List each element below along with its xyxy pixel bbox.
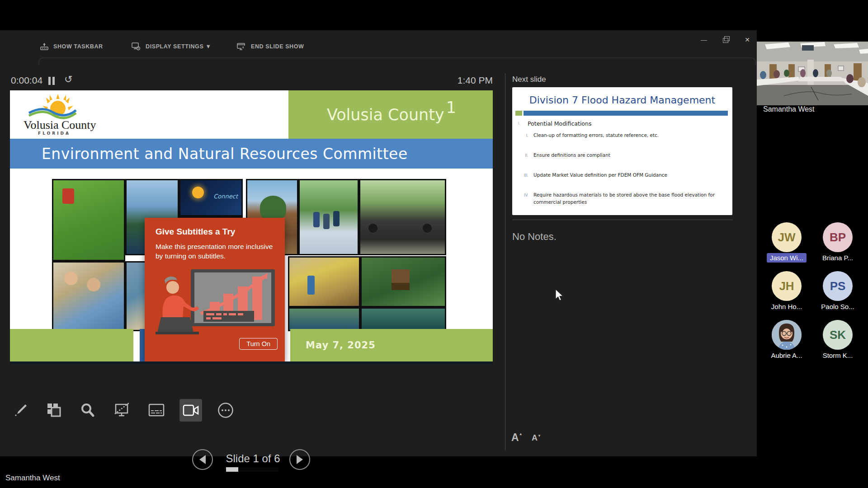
participant-tile[interactable]: SK Storm K... [813,320,863,359]
collage-photo-trail-walk [298,179,359,255]
svg-text:x: x [242,46,245,49]
avatar: BP [823,222,853,252]
slide-header-text: Volusia County [327,106,444,124]
presenter-name-overlay: Samantha West [5,474,60,483]
increase-text-size-button[interactable]: A▲ [511,432,523,444]
next-slide-label: Next slide [512,75,546,84]
collage-photo-kids-table [52,261,125,331]
speaker-name-label: Samantha West [763,105,815,113]
next-slide-bullet: IV.Require hazardous materials to be sto… [520,192,720,206]
participant-tile[interactable]: BP Briana P... [813,222,863,262]
slide-footer-green-right: May 7, 2025 [290,329,493,361]
pause-timer-button[interactable] [47,76,57,86]
collage-photo-paddle [360,307,446,331]
panel-top-edge [38,57,756,65]
camera-cameo-button[interactable] [179,399,202,422]
magnifier-icon [80,402,96,418]
next-slide-bullet: I.Clean-up of formatting errors, statute… [520,132,728,139]
panel-divider [505,73,505,450]
next-slide-accent-bar [524,111,728,116]
avatar: PS [823,271,853,301]
participant-name: Briana P... [813,254,863,262]
zoom-slide-button[interactable] [76,399,99,422]
display-settings-icon [131,42,141,51]
connect-text: Connect [213,193,238,200]
collage-photo-connect-logo: Connect [179,179,243,216]
arrow-right-icon [297,455,303,464]
logo-sub: FLORIDA [38,131,71,136]
slides-grid-icon [46,402,62,418]
close-button[interactable]: ✕ [740,34,755,46]
avatar: SK [823,320,853,350]
next-slide-bullet: III.Update Market Value definition per F… [520,172,728,179]
minimize-button[interactable]: — [696,34,712,46]
show-taskbar-label: SHOW TASKBAR [53,43,103,50]
pen-tool-button[interactable] [9,399,32,422]
participant-tile[interactable]: PS Paolo So... [813,271,863,310]
restore-icon [723,38,728,43]
notes-empty-text: No Notes. [512,231,557,243]
speaker-video-thumbnail[interactable] [757,42,868,105]
participant-name: Aubrie A... [762,352,811,359]
slide-position-label: Slide 1 of 6 [220,452,286,465]
slide-date: May 7, 2025 [290,340,376,351]
black-screen-icon [113,402,131,418]
ellipsis-icon [217,402,234,419]
next-slide-bullet: II.Ensure definitions are compliant [520,152,728,159]
collage-photo-construction [288,256,360,307]
current-slide[interactable]: Volusia County FLORIDA Volusia County 1 … [10,90,493,364]
participant-tile[interactable]: JW Jason Wi... [762,222,811,262]
black-screen-button[interactable] [111,399,133,422]
aubrie-photo [772,320,802,350]
next-slide-button[interactable] [289,449,310,470]
clock: 1:40 PM [448,75,493,86]
subtitles-dialog: Give Subtitles a Try Make this presentat… [145,218,285,361]
end-slideshow-label: END SLIDE SHOW [251,43,304,50]
participant-tile[interactable]: Aubrie A... [762,320,811,359]
slide-title-bar: Environment and Natural Resources Commit… [10,139,493,169]
more-options-button[interactable] [214,399,237,422]
presenter-illustration [151,267,278,334]
slide-progress-bar [226,467,278,472]
logo-name: Volusia County [24,118,109,132]
arrow-left-icon [199,455,206,464]
participant-name: Jason Wi... [762,254,811,262]
restart-timer-button[interactable]: ↻ [64,74,72,85]
avatar-photo [772,320,802,350]
participant-tile[interactable]: JH John Ho... [762,271,811,310]
next-slide-thumbnail: Division 7 Flood Hazard Management I.Pot… [512,87,732,215]
shared-screen: SHOW TASKBAR DISPLAY SETTINGS ▼ x END SL… [0,30,757,456]
turn-on-subtitles-button[interactable]: Turn On [239,338,278,350]
collage-photo-kiosk [360,256,446,307]
next-slide-bullet: I.Potential Modifications [516,120,728,127]
next-slide-green-marker [515,111,522,116]
end-slideshow-icon: x [236,42,246,51]
display-settings-label: DISPLAY SETTINGS ▼ [146,43,211,50]
taskbar-icon [40,42,49,51]
collage-photo-creek [288,307,360,331]
display-settings-button[interactable]: DISPLAY SETTINGS ▼ [131,39,211,54]
slide-footer-green-left [10,329,133,361]
subtitles-toggle-button[interactable] [145,399,168,422]
see-all-slides-button[interactable] [43,399,66,422]
presentation-timer: 0:00:04 [11,75,42,86]
avatar: JW [772,222,802,252]
captions-icon [148,403,165,418]
previous-slide-button[interactable] [192,449,213,470]
mouse-cursor [554,288,564,302]
end-slide-show-button[interactable]: x END SLIDE SHOW [236,39,304,54]
slide-title: Environment and Natural Resources Commit… [10,145,408,163]
camera-icon [182,404,199,417]
participant-name: John Ho... [762,303,811,310]
slide-footnote: 1 [446,99,456,117]
show-taskbar-button[interactable]: SHOW TASKBAR [40,39,103,54]
collage-photo-tram [359,179,446,255]
participant-name: Paolo So... [813,303,863,310]
decrease-text-size-button[interactable]: A▼ [532,432,541,443]
next-slide-title: Division 7 Flood Hazard Management [512,94,732,106]
collage-photo-mowing [52,179,125,261]
pen-icon [13,403,28,418]
restore-button[interactable] [718,34,733,46]
subtitles-dialog-body: Make this presentation more inclusive by… [156,242,274,261]
meeting-sidebar: Samantha West JW Jason Wi... BP Briana P… [757,0,868,488]
